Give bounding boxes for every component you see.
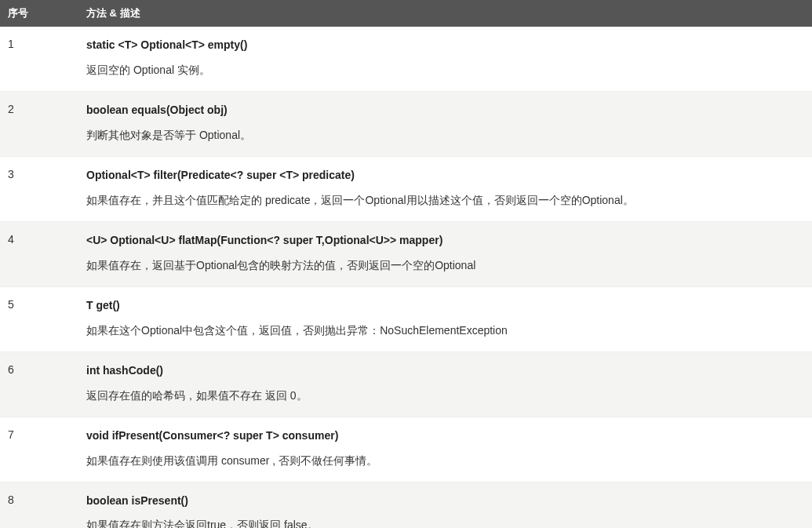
method-signature: static <T> Optional<T> empty() bbox=[86, 38, 804, 53]
row-number: 4 bbox=[0, 221, 78, 286]
methods-table: 序号 方法 & 描述 1 static <T> Optional<T> empt… bbox=[0, 0, 812, 528]
row-number: 8 bbox=[0, 482, 78, 528]
table-row: 1 static <T> Optional<T> empty() 返回空的 Op… bbox=[0, 27, 812, 91]
header-method: 方法 & 描述 bbox=[78, 0, 812, 27]
row-method-cell: boolean equals(Object obj) 判断其他对象是否等于 Op… bbox=[78, 91, 812, 156]
method-description: 如果值存在，返回基于Optional包含的映射方法的值，否则返回一个空的Opti… bbox=[86, 257, 804, 274]
table-row: 3 Optional<T> filter(Predicate<? super <… bbox=[0, 156, 812, 221]
method-signature: int hashCode() bbox=[86, 363, 804, 379]
row-number: 6 bbox=[0, 351, 78, 417]
table-row: 6 int hashCode() 返回存在值的哈希码，如果值不存在 返回 0。 bbox=[0, 351, 812, 417]
method-description: 返回空的 Optional 实例。 bbox=[86, 61, 804, 78]
method-signature: void ifPresent(Consumer<? super T> consu… bbox=[86, 428, 804, 444]
table-row: 4 <U> Optional<U> flatMap(Function<? sup… bbox=[0, 221, 812, 286]
row-number: 2 bbox=[0, 91, 78, 156]
table-header-row: 序号 方法 & 描述 bbox=[0, 0, 812, 27]
method-signature: T get() bbox=[86, 298, 804, 314]
method-signature: <U> Optional<U> flatMap(Function<? super… bbox=[86, 233, 804, 249]
table-row: 7 void ifPresent(Consumer<? super T> con… bbox=[0, 417, 812, 482]
row-method-cell: static <T> Optional<T> empty() 返回空的 Opti… bbox=[78, 27, 812, 91]
row-method-cell: Optional<T> filter(Predicate<? super <T>… bbox=[78, 156, 812, 221]
row-method-cell: int hashCode() 返回存在值的哈希码，如果值不存在 返回 0。 bbox=[78, 351, 812, 417]
row-number: 7 bbox=[0, 417, 78, 482]
method-description: 如果值存在则方法会返回true，否则返回 false。 bbox=[86, 516, 804, 528]
method-signature: boolean isPresent() bbox=[86, 493, 804, 509]
method-signature: boolean equals(Object obj) bbox=[86, 103, 804, 118]
row-number: 1 bbox=[0, 27, 78, 91]
row-number: 3 bbox=[0, 156, 78, 221]
row-method-cell: <U> Optional<U> flatMap(Function<? super… bbox=[78, 221, 812, 286]
row-method-cell: T get() 如果在这个Optional中包含这个值，返回值，否则抛出异常：N… bbox=[78, 286, 812, 351]
method-description: 如果在这个Optional中包含这个值，返回值，否则抛出异常：NoSuchEle… bbox=[86, 322, 804, 339]
row-method-cell: boolean isPresent() 如果值存在则方法会返回true，否则返回… bbox=[78, 482, 812, 528]
row-method-cell: void ifPresent(Consumer<? super T> consu… bbox=[78, 417, 812, 482]
header-num: 序号 bbox=[0, 0, 78, 27]
method-description: 如果值存在，并且这个值匹配给定的 predicate，返回一个Optional用… bbox=[86, 191, 804, 209]
table-row: 8 boolean isPresent() 如果值存在则方法会返回true，否则… bbox=[0, 482, 812, 528]
method-signature: Optional<T> filter(Predicate<? super <T>… bbox=[86, 168, 804, 184]
row-number: 5 bbox=[0, 286, 78, 351]
table-row: 5 T get() 如果在这个Optional中包含这个值，返回值，否则抛出异常… bbox=[0, 286, 812, 351]
method-description: 判断其他对象是否等于 Optional。 bbox=[86, 126, 804, 144]
table-row: 2 boolean equals(Object obj) 判断其他对象是否等于 … bbox=[0, 91, 812, 156]
method-description: 如果值存在则使用该值调用 consumer , 否则不做任何事情。 bbox=[86, 452, 804, 469]
method-description: 返回存在值的哈希码，如果值不存在 返回 0。 bbox=[86, 387, 804, 404]
